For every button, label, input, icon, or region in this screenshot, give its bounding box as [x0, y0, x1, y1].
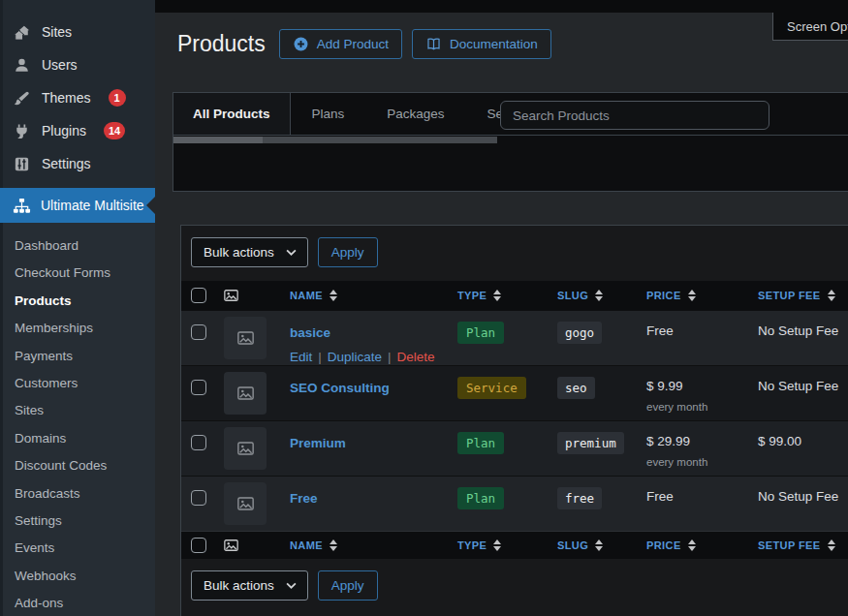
duplicate-link[interactable]: Duplicate	[328, 350, 382, 364]
bulk-actions-bar-bottom: Bulk actions Apply	[181, 559, 848, 614]
submenu-item-discount-codes[interactable]: Discount Codes	[0, 452, 155, 479]
chevron-down-icon	[286, 582, 297, 589]
price-value: $ 9.99	[646, 379, 735, 393]
product-name-link[interactable]: Premium	[290, 436, 346, 450]
sidebar-item-sites[interactable]: Sites	[0, 15, 155, 48]
column-label: SLUG	[557, 539, 588, 551]
submenu-item-dashboard[interactable]: Dashboard	[0, 232, 155, 260]
submenu-item-payments[interactable]: Payments	[0, 343, 155, 370]
submenu-item-checkout-forms[interactable]: Checkout Forms	[0, 260, 155, 287]
submenu-item-webhooks[interactable]: Webhooks	[0, 563, 155, 590]
column-header-slug[interactable]: SLUG	[557, 539, 623, 551]
image-placeholder-icon	[237, 386, 254, 400]
sort-icon	[688, 539, 696, 551]
submenu-item-settings[interactable]: Settings	[0, 508, 155, 535]
submenu-item-add-ons[interactable]: Add-ons	[0, 590, 155, 616]
submenu-item-broadcasts[interactable]: Broadcasts	[0, 480, 155, 508]
bulk-actions-select[interactable]: Bulk actions	[191, 570, 308, 601]
row-checkbox[interactable]	[191, 324, 206, 340]
products-table-card: Bulk actions Apply NAME	[180, 225, 848, 616]
product-thumbnail	[224, 482, 267, 525]
add-product-label: Add Product	[317, 37, 389, 51]
row-checkbox[interactable]	[191, 380, 206, 395]
edit-link[interactable]: Edit	[290, 350, 312, 364]
column-label: NAME	[290, 290, 323, 301]
plugin-menu-label: Ultimate Multisite	[41, 198, 144, 213]
submenu-item-sites[interactable]: Sites	[0, 397, 155, 424]
image-placeholder-icon	[237, 331, 254, 345]
plugins-icon	[13, 122, 31, 140]
column-header-price[interactable]: PRICE	[646, 539, 735, 551]
column-header-price[interactable]: PRICE	[646, 290, 735, 301]
image-placeholder-icon	[237, 442, 254, 455]
delete-link[interactable]: Delete	[397, 350, 435, 364]
select-all-checkbox[interactable]	[191, 288, 206, 303]
sidebar-item-settings[interactable]: Settings	[0, 147, 155, 180]
submenu-item-products[interactable]: Products	[0, 288, 155, 315]
admin-menu: Sites Users Themes 1 Plugins 14	[0, 0, 155, 180]
column-label: TYPE	[457, 539, 487, 551]
sidebar-item-themes[interactable]: Themes 1	[0, 81, 155, 114]
apply-button[interactable]: Apply	[318, 570, 378, 601]
table-header: NAME TYPE SLUG PRICE SETUP FEE	[181, 281, 848, 310]
submenu-item-customers[interactable]: Customers	[0, 370, 155, 397]
product-thumbnail	[224, 372, 267, 415]
setup-fee-value: No Setup Fee	[758, 323, 848, 338]
search-input[interactable]	[500, 101, 769, 130]
add-product-button[interactable]: Add Product	[279, 29, 402, 59]
column-label: PRICE	[646, 290, 681, 301]
sort-icon	[493, 290, 501, 301]
plus-circle-icon	[293, 36, 309, 52]
book-icon	[425, 36, 442, 52]
submenu-item-domains[interactable]: Domains	[0, 425, 155, 452]
admin-sidebar: Sites Users Themes 1 Plugins 14	[0, 0, 155, 616]
settings-icon	[13, 155, 31, 173]
tab-all-products[interactable]: All Products	[173, 93, 291, 135]
product-thumbnail	[224, 427, 267, 470]
product-thumbnail	[224, 317, 267, 359]
product-name-link[interactable]: basice	[290, 325, 330, 340]
type-badge: Plan	[457, 487, 504, 509]
sidebar-item-ultimate-multisite[interactable]: Ultimate Multisite	[0, 188, 155, 223]
price-value: Free	[646, 323, 735, 338]
sort-icon	[828, 539, 835, 551]
apply-button[interactable]: Apply	[318, 237, 378, 267]
column-header-type[interactable]: TYPE	[457, 539, 534, 551]
price-period: every month	[646, 401, 735, 413]
type-badge: Service	[457, 377, 526, 399]
product-name-link[interactable]: Free	[290, 491, 318, 506]
product-name-link[interactable]: SEO Consulting	[290, 381, 390, 395]
main-content: Screen Options Products Add Product Docu…	[155, 0, 848, 616]
column-header-type[interactable]: TYPE	[457, 290, 534, 301]
row-checkbox[interactable]	[191, 435, 206, 450]
image-column-icon	[224, 539, 238, 551]
column-header-setup-fee[interactable]: SETUP FEE	[758, 539, 848, 551]
column-header-slug[interactable]: SLUG	[557, 290, 623, 301]
sidebar-item-label: Themes	[42, 90, 91, 106]
row-actions: Edit|Duplicate|Delete	[290, 350, 434, 364]
sidebar-item-plugins[interactable]: Plugins 14	[0, 114, 155, 147]
submenu-item-events[interactable]: Events	[0, 535, 155, 562]
slug-badge: seo	[557, 377, 595, 399]
submenu-item-memberships[interactable]: Memberships	[0, 315, 155, 342]
column-header-setup-fee[interactable]: SETUP FEE	[758, 290, 848, 301]
scrollbar-thumb[interactable]	[173, 137, 263, 143]
tab-plans[interactable]: Plans	[291, 93, 366, 135]
column-header-name[interactable]: NAME	[290, 290, 434, 301]
table-row: basice Edit|Duplicate|Delete Plan gogo F…	[181, 310, 848, 365]
horizontal-scrollbar[interactable]	[173, 137, 497, 143]
screen-options-button[interactable]: Screen Options	[772, 13, 848, 41]
column-label: PRICE	[646, 539, 681, 551]
sidebar-item-users[interactable]: Users	[0, 48, 155, 81]
sort-icon	[688, 290, 696, 301]
bulk-actions-select[interactable]: Bulk actions	[191, 237, 308, 267]
select-all-checkbox[interactable]	[191, 538, 206, 553]
documentation-button[interactable]: Documentation	[412, 29, 551, 59]
row-checkbox[interactable]	[191, 490, 206, 506]
plugins-update-badge: 14	[104, 122, 125, 139]
tab-packages[interactable]: Packages	[365, 93, 465, 135]
admin-top-bar	[155, 0, 848, 13]
setup-fee-value: No Setup Fee	[758, 379, 848, 393]
column-header-name[interactable]: NAME	[290, 539, 434, 551]
plugin-submenu: Dashboard Checkout Forms Products Member…	[0, 223, 155, 616]
